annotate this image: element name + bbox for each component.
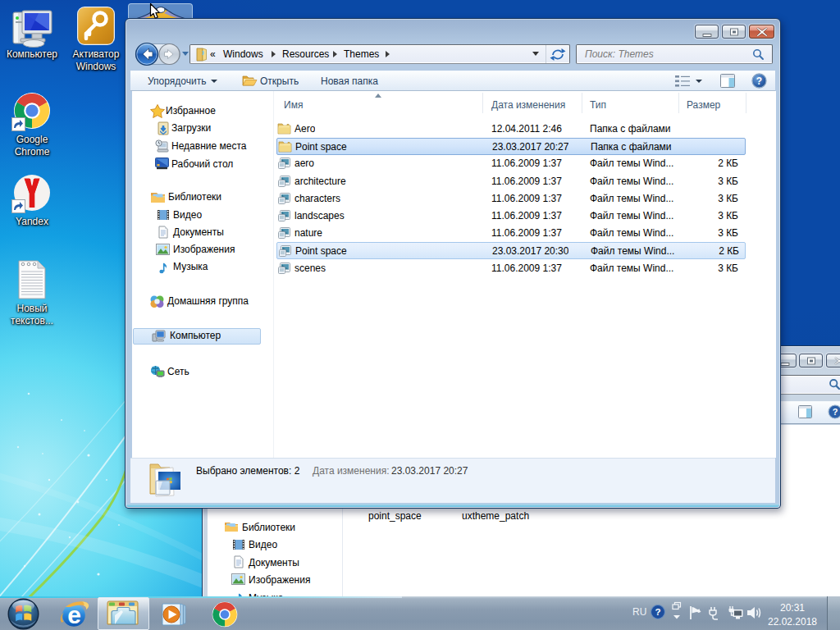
svg-text:?: ?: [655, 606, 660, 617]
svg-text:?: ?: [833, 407, 838, 417]
svg-text:?: ?: [756, 75, 762, 87]
